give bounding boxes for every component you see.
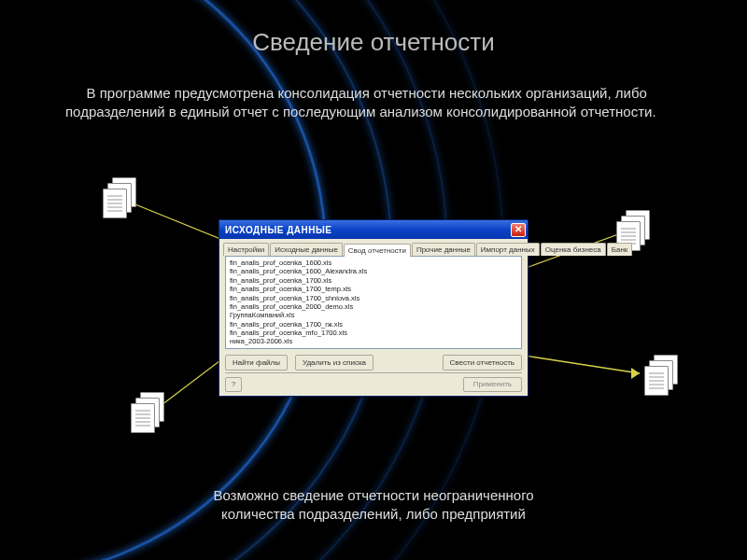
list-item[interactable]: fin_analis_prof_ocenka_1600.xls xyxy=(230,259,517,267)
window-title: ИСХОДНЫЕ ДАННЫЕ xyxy=(225,225,331,235)
titlebar: ИСХОДНЫЕ ДАННЫЕ ✕ xyxy=(219,220,528,239)
find-files-button[interactable]: Найти файлы xyxy=(225,355,288,371)
tab-settings[interactable]: Настройки xyxy=(223,243,269,256)
list-item[interactable]: fin_analis_prof_ocenka_1700_shniova.xls xyxy=(230,294,517,302)
footer-line: количества подразделений, либо предприят… xyxy=(0,505,747,524)
slide-description: В программе предусмотрена консолидация о… xyxy=(65,84,700,122)
list-item[interactable]: ника_2003-2006.xls xyxy=(230,337,517,345)
slide-title: Сведение отчетности xyxy=(0,28,747,57)
list-item[interactable]: fin_analis_prof_ocenka_2000_demo.xls xyxy=(230,302,517,311)
button-row: Найти файлы Удалить из списка Свести отч… xyxy=(225,355,522,371)
svg-marker-4 xyxy=(631,368,640,379)
tab-source-data[interactable]: Исходные данные xyxy=(270,243,343,256)
consolidate-button[interactable]: Свести отчетность xyxy=(443,355,522,371)
list-item[interactable]: fin_analis_prof_ocenka_mfo_1700.xls xyxy=(230,329,517,337)
close-icon[interactable]: ✕ xyxy=(511,223,526,237)
documents-icon xyxy=(103,177,138,218)
list-item[interactable]: fin_analis_prof_ocenka_1700_rж.xls xyxy=(230,320,517,329)
tab-import[interactable]: Импорт данных xyxy=(476,243,540,256)
bottom-row: ? Применить xyxy=(225,372,522,392)
documents-icon xyxy=(131,392,166,433)
documents-icon xyxy=(644,355,680,396)
list-item[interactable]: fin_analis_prof_ocenka_1700_temp.xls xyxy=(230,285,517,293)
tab-other-data[interactable]: Прочие данные xyxy=(412,243,475,256)
remove-from-list-button[interactable]: Удалить из списка xyxy=(295,355,374,371)
footer-line: Возможно сведение отчетности неограничен… xyxy=(0,486,747,505)
help-button[interactable]: ? xyxy=(225,377,242,392)
tab-consolidation[interactable]: Свод отчетности xyxy=(344,244,411,257)
list-item[interactable]: fin_analis_prof_ocenka_1600_Alexandra.xl… xyxy=(230,267,517,275)
dialog-window: ИСХОДНЫЕ ДАННЫЕ ✕ Настройки Исходные дан… xyxy=(218,219,529,397)
tab-business-eval[interactable]: Оценка бизнеса xyxy=(541,243,606,256)
slide-footer: Возможно сведение отчетности неограничен… xyxy=(0,486,747,523)
tab-bank[interactable]: Банк xyxy=(607,243,633,256)
list-item[interactable]: fin_analis_prof_ocenka_1700.xls xyxy=(230,276,517,285)
tabs-row: Настройки Исходные данные Свод отчетност… xyxy=(219,239,528,256)
list-item[interactable]: ГруппаКомпаний.xls xyxy=(230,311,517,319)
apply-button[interactable]: Применить xyxy=(463,377,522,392)
file-list[interactable]: fin_analis_prof_ocenka_1600.xls fin_anal… xyxy=(225,256,522,349)
